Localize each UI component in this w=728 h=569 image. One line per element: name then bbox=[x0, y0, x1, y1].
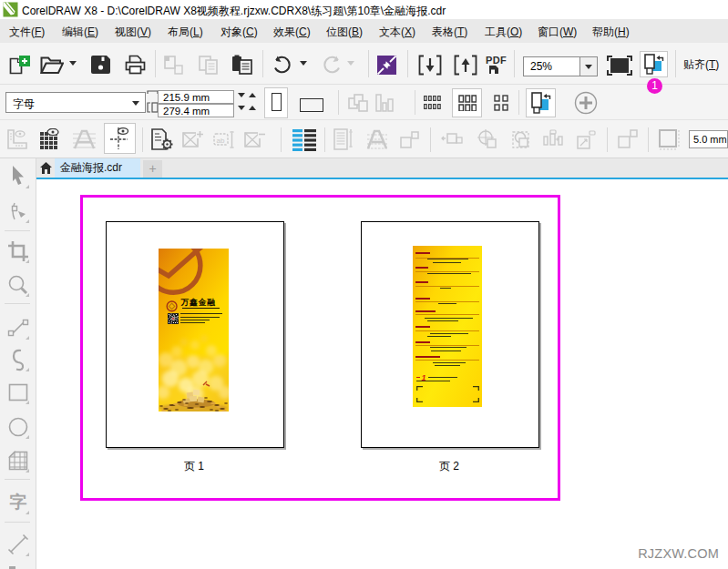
svg-text:ab: ab bbox=[217, 137, 225, 145]
